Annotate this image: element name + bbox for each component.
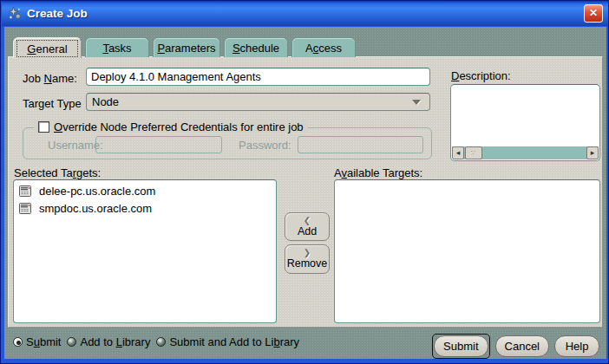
list-item[interactable]: delee-pc.us.oracle.com xyxy=(16,183,274,200)
submit-button[interactable]: Submit xyxy=(434,335,488,357)
radio-add-to-library-label: Add to Library xyxy=(80,335,150,348)
target-name: smpdoc.us.oracle.com xyxy=(39,202,152,215)
dialog-body: General Tasks Parameters Schedule Access… xyxy=(4,27,606,359)
target-type-value: Node xyxy=(92,95,412,108)
tab-general[interactable]: General xyxy=(13,37,82,58)
description-label: Description: xyxy=(451,69,511,82)
radio-submit-label: Submit xyxy=(26,335,61,348)
action-buttons: Submit Cancel Help xyxy=(432,334,599,359)
chevron-down-icon xyxy=(412,100,421,105)
override-credentials-checkbox[interactable] xyxy=(38,121,49,133)
target-type-dropdown[interactable]: Node xyxy=(86,93,430,111)
scroll-left-icon[interactable]: ◂ xyxy=(452,146,464,159)
radio-add-to-library[interactable]: Add to Library xyxy=(67,335,150,348)
credentials-groupbox: Override Node Preferred Credentials for … xyxy=(23,127,432,159)
submit-mode-radio-group: Submit Add to Library Submit and Add to … xyxy=(13,335,305,348)
tab-bar: General Tasks Parameters Schedule Access xyxy=(13,37,356,58)
app-sparkle-icon xyxy=(7,6,22,21)
job-name-input[interactable] xyxy=(86,68,430,86)
footer-bar: Submit Add to Library Submit and Add to … xyxy=(4,328,606,359)
password-label: Password: xyxy=(239,139,291,152)
scrollbar-thumb[interactable]: ∵ xyxy=(465,146,482,159)
remove-button[interactable]: ❯ Remove xyxy=(285,244,330,274)
target-type-label: Target Type xyxy=(23,97,82,110)
default-button-ring: Submit xyxy=(432,334,489,359)
tab-tasks[interactable]: Tasks xyxy=(85,37,149,57)
password-input[interactable] xyxy=(298,136,423,153)
tab-schedule[interactable]: Schedule xyxy=(224,37,288,57)
description-box: ◂ ∵ ▸ xyxy=(450,84,600,161)
selected-targets-list[interactable]: delee-pc.us.oracle.com smpdoc.us.oracle.… xyxy=(13,179,277,323)
radio-icon[interactable] xyxy=(13,337,23,347)
window-title: Create Job xyxy=(27,7,584,20)
chevron-left-icon: ❮ xyxy=(304,217,311,225)
radio-submit-and-add[interactable]: Submit and Add to Library xyxy=(156,335,299,348)
credentials-fields-row: Username: Password: xyxy=(23,136,431,153)
titlebar[interactable]: Create Job ✕ xyxy=(2,1,608,26)
cancel-button[interactable]: Cancel xyxy=(495,335,549,357)
available-targets-label: Available Targets: xyxy=(334,166,422,179)
tab-parameters[interactable]: Parameters xyxy=(153,37,220,57)
radio-submit[interactable]: Submit xyxy=(13,335,61,348)
job-name-label: Job Name: xyxy=(23,72,77,85)
chevron-right-icon: ❯ xyxy=(304,249,311,257)
list-item[interactable]: smpdoc.us.oracle.com xyxy=(16,200,274,218)
scroll-right-icon[interactable]: ▸ xyxy=(586,146,599,159)
radio-icon[interactable] xyxy=(67,337,76,347)
description-textarea[interactable] xyxy=(451,85,599,146)
target-name: delee-pc.us.oracle.com xyxy=(39,185,155,198)
description-hscrollbar[interactable]: ◂ ∵ ▸ xyxy=(452,146,599,159)
add-button-label: Add xyxy=(298,225,317,237)
tab-access[interactable]: Access xyxy=(291,37,356,57)
scrollbar-track[interactable] xyxy=(482,146,586,159)
username-input[interactable] xyxy=(95,136,222,153)
available-targets-list[interactable] xyxy=(334,179,600,323)
general-tab-panel: Job Name: Description: Target Type Node … xyxy=(8,56,603,328)
close-button[interactable]: ✕ xyxy=(584,4,603,23)
override-credentials-row: Override Node Preferred Credentials for … xyxy=(34,120,308,133)
radio-submit-and-add-label: Submit and Add to Library xyxy=(169,335,299,348)
add-button[interactable]: ❮ Add xyxy=(285,212,330,241)
override-credentials-label: Override Node Preferred Credentials for … xyxy=(54,120,304,133)
remove-button-label: Remove xyxy=(287,257,328,270)
help-button[interactable]: Help xyxy=(554,335,599,357)
create-job-dialog: Create Job ✕ General Tasks Parameters Sc… xyxy=(0,0,609,364)
node-icon xyxy=(19,203,31,214)
radio-icon[interactable] xyxy=(156,337,166,347)
selected-targets-label: Selected Targets: xyxy=(14,166,101,179)
node-icon xyxy=(19,185,31,197)
